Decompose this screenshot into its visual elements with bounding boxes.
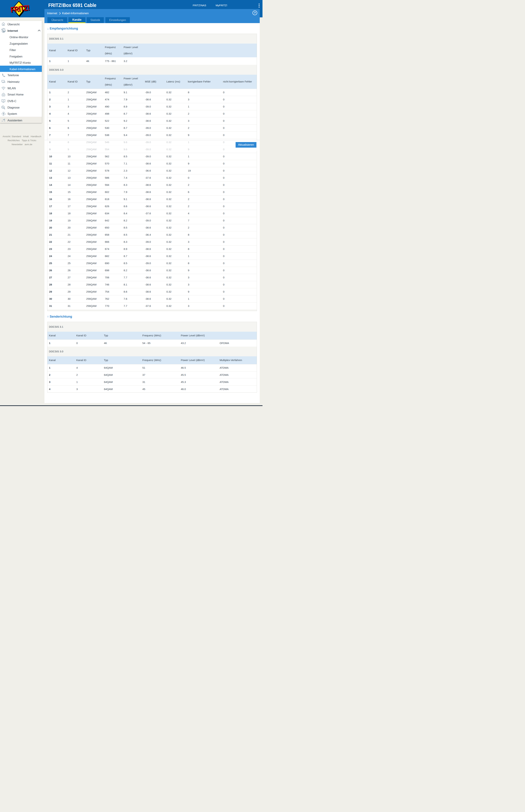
svg-text:?: ? bbox=[254, 11, 256, 15]
